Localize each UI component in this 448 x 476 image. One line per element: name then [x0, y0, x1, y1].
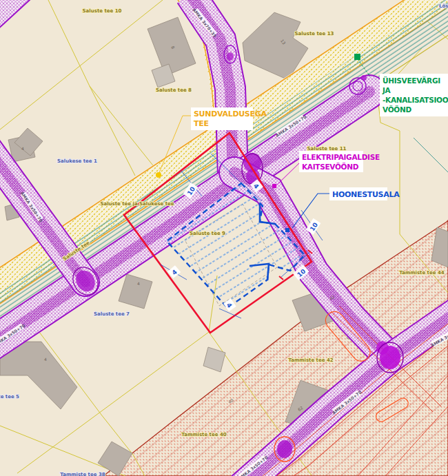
parcel-label: Saluste tee ja Salukese tee [100, 201, 174, 207]
annotation-text: KAITSEVÖÖND [302, 162, 359, 171]
parcel-label: Saluste tee 10 [83, 8, 122, 14]
annotation-text: VÖÖND [383, 105, 411, 114]
parcel-label: Saluste tee 13 [295, 31, 334, 37]
parcel-label: Tammiste tee 44 [399, 270, 444, 276]
parcel-label: Tammiste tee 40 [181, 432, 226, 437]
plan-map-svg: 10 4 10 10 4 4 SUNDVALDUSEGA TEE ÜHISVEE… [0, 0, 448, 476]
parcel-label: Saluste tee 8 [156, 87, 192, 93]
marker-dot [354, 54, 360, 60]
annotation-water-zone: ÜHISVEEVÄRGI JA -KANALISATSIOONI VÖÖND [380, 74, 448, 116]
annotation-text: ELEKTRIPAIGALDISE [302, 153, 380, 161]
annotation-text: SUNDVALDUSEGA [194, 110, 267, 118]
marker-dot [285, 228, 289, 232]
annotation-text: -KANALISATSIOONI [383, 96, 448, 104]
building-number: 4 [137, 281, 140, 286]
parcel-label: Tammiste tee 42 [288, 358, 333, 363]
parcel-label: Tammiste tee 38 [60, 472, 105, 476]
annotation-text: JA [382, 86, 391, 94]
map-edge-label: Lõst [439, 3, 448, 9]
map-canvas[interactable]: 10 4 10 10 4 4 SUNDVALDUSEGA TEE ÜHISVEE… [0, 0, 448, 476]
annotation-text: TEE [194, 119, 209, 128]
parcel-label: Saluste tee 9 [190, 231, 225, 236]
building-number: 4 [21, 146, 24, 151]
parcel-label: Salukese tee 1 [57, 158, 97, 164]
parcel-label: Saluste tee 5 [0, 394, 19, 400]
building-number: 4 [44, 357, 47, 362]
marker-dot [272, 184, 276, 188]
annotation-text: ÜHISVEEVÄRGI [383, 76, 440, 85]
annotation-text: HOONESTUSALA [332, 190, 400, 199]
parcel-label: Saluste tee 7 [94, 311, 130, 317]
marker-dot [156, 172, 161, 178]
parcel-label: Saluste tee 11 [307, 146, 347, 152]
